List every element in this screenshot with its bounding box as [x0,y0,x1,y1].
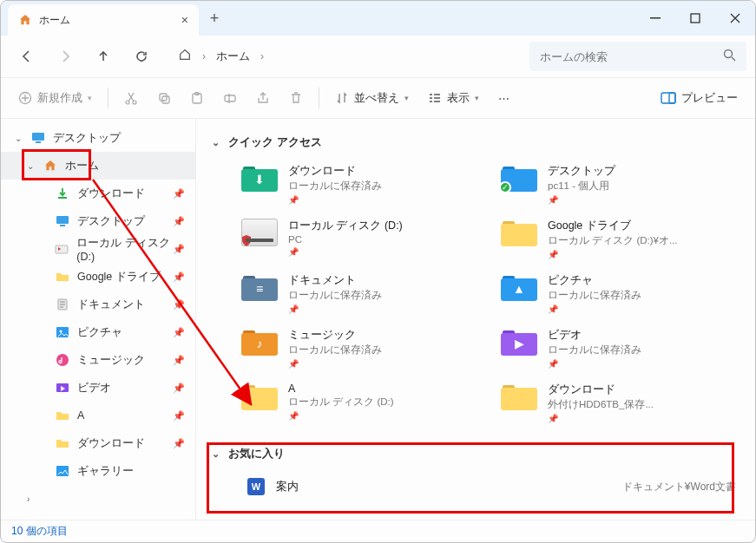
quick-item-A[interactable]: Aローカル ディスク (D:)📌 [238,377,480,429]
video-icon: ▶ [501,328,537,356]
new-tab-button[interactable]: + [199,1,230,36]
quick-item-ピクチャ[interactable]: ▲ピクチャローカルに保存済み📌 [497,268,740,319]
pin-icon: 📌 [173,438,185,449]
quick-item-ミュージック[interactable]: ♪ミュージックローカルに保存済み📌 [238,323,480,374]
svg-rect-0 [650,17,661,19]
blank-icon [43,491,58,507]
view-button[interactable]: 表示 ▾ [419,82,488,114]
sidebar-item-A[interactable]: A📌 [1,402,195,429]
sidebar-item-デスクトップ[interactable]: デスクトップ📌 [1,207,195,235]
quick-item-name: ピクチャ [548,273,641,288]
folder-icon [501,383,537,410]
breadcrumb-root[interactable]: ホーム [216,49,250,64]
svg-text:W: W [252,481,261,492]
chevron-right-icon[interactable]: › [260,50,264,62]
home-icon [18,13,32,27]
quick-item-sub: PC [288,234,403,245]
sidebar-item-ダウンロード[interactable]: ダウンロード📌 [1,429,195,457]
folder-icon [55,269,70,285]
gallery-icon [55,463,70,479]
delete-button[interactable] [280,82,312,114]
sidebar-item-ミュージック[interactable]: ミュージック📌 [1,346,195,374]
back-button[interactable] [10,41,44,72]
pin-icon: 📌 [288,247,403,257]
titlebar: ホーム × + [1,1,755,36]
svg-point-5 [133,101,136,104]
search-box[interactable] [529,42,746,71]
more-button[interactable]: ⋯ [490,82,518,114]
sidebar-item-label: ギャラリー [77,464,134,479]
sidebar-item-Google ドライブ[interactable]: Google ドライブ📌 [1,263,195,291]
pin-icon: 📌 [173,272,185,283]
sidebar-item-label: ローカル ディスク (D:) [76,236,188,263]
quick-item-name: デスクトップ [548,164,615,179]
sidebar-item-label: デスクトップ [77,214,145,229]
favorites-header[interactable]: ⌄ お気に入り [212,446,740,461]
sidebar-item-ドキュメント[interactable]: ドキュメント📌 [1,291,195,318]
svg-point-2 [725,49,733,57]
quick-item-Google ドライブ[interactable]: Google ドライブローカル ディスク (D:)¥オ...📌 [497,213,740,265]
desktop-icon [55,213,70,229]
folder-icon [55,435,70,451]
quick-item-ローカル ディスク (D:)[interactable]: ローカル ディスク (D:)PC📌 [238,213,480,265]
sidebar-item-ホーム[interactable]: ⌄ホーム [1,152,195,180]
new-button[interactable]: 新規作成 ▾ [10,82,101,114]
pin-icon: 📌 [548,414,654,423]
maximize-button[interactable] [675,1,715,36]
sort-button[interactable]: 並べ替え ▾ [326,82,417,114]
sidebar-item-ダウンロード[interactable]: ダウンロード📌 [1,180,195,207]
close-tab-icon[interactable]: × [181,13,188,27]
svg-rect-17 [56,245,68,253]
quick-item-sub: ローカルに保存済み [548,343,641,357]
svg-point-21 [56,354,69,366]
chevron-right-icon: › [202,50,206,62]
sidebar-item-ローカル ディスク (D:)[interactable]: ローカル ディスク (D:)📌 [1,235,195,263]
sidebar-item-ピクチャ[interactable]: ピクチャ📌 [1,318,195,346]
search-icon[interactable] [723,49,736,65]
toolbar: 新規作成 ▾ 並べ替え ▾ 表示 ▾ ⋯ プレビュー [1,77,755,119]
up-button[interactable] [86,41,121,72]
close-window-button[interactable] [715,1,755,36]
sidebar-item-ビデオ[interactable]: ビデオ📌 [1,374,195,402]
svg-rect-10 [225,95,235,101]
sidebar-item-label: ミュージック [77,353,145,368]
search-input[interactable] [540,50,723,63]
sidebar-item-label: ホーム [65,159,99,173]
share-button[interactable] [247,82,279,114]
content-pane: ⌄ クイック アクセス ⬇ダウンロードローカルに保存済み📌✓デスクトップpc11… [196,119,755,520]
quick-item-デスクトップ[interactable]: ✓デスクトップpc11 - 個人用📌 [497,159,740,210]
copy-button[interactable] [148,82,180,114]
pin-icon: 📌 [288,304,382,314]
music-icon [55,352,70,368]
forward-button[interactable] [48,41,82,72]
sidebar-item-デスクトップ[interactable]: ⌄デスクトップ [1,124,195,152]
quick-item-ドキュメント[interactable]: ≡ドキュメントローカルに保存済み📌 [238,268,480,319]
favorite-item-案内[interactable]: W案内ドキュメント¥Word文書 [212,470,740,503]
sidebar-item-label: ドキュメント [77,298,145,312]
folder-icon [55,408,70,423]
sidebar: ⌄デスクトップ⌄ホームダウンロード📌デスクトップ📌ローカル ディスク (D:)📌… [1,119,196,520]
refresh-button[interactable] [124,41,159,72]
quick-item-ダウンロード[interactable]: ダウンロード外付けHDD6TB_保存...📌 [497,377,740,429]
pin-icon: 📌 [548,304,641,314]
svg-point-4 [126,101,129,104]
rename-button[interactable] [214,82,246,114]
sidebar-item-ギャラリー[interactable]: ギャラリー [1,457,195,485]
sidebar-item-label: ビデオ [77,381,111,396]
download-icon [55,186,70,201]
desktop-icon [30,130,46,146]
preview-button[interactable]: プレビュー [652,82,746,114]
quick-item-sub: ローカルに保存済み [288,289,382,302]
address-bar[interactable]: › ホーム › [169,42,519,71]
pin-icon: 📌 [288,195,382,205]
minimize-button[interactable] [635,1,675,36]
pin-icon: 📌 [173,383,185,394]
cut-button[interactable] [115,82,147,114]
doc-icon [55,297,70,312]
paste-button[interactable] [181,82,213,114]
quick-item-ビデオ[interactable]: ▶ビデオローカルに保存済み📌 [497,323,740,374]
window-tab[interactable]: ホーム × [8,4,199,36]
quick-access-header[interactable]: ⌄ クイック アクセス [212,134,740,150]
quick-item-ダウンロード[interactable]: ⬇ダウンロードローカルに保存済み📌 [238,159,480,210]
sidebar-item-blank[interactable]: › [1,485,195,513]
